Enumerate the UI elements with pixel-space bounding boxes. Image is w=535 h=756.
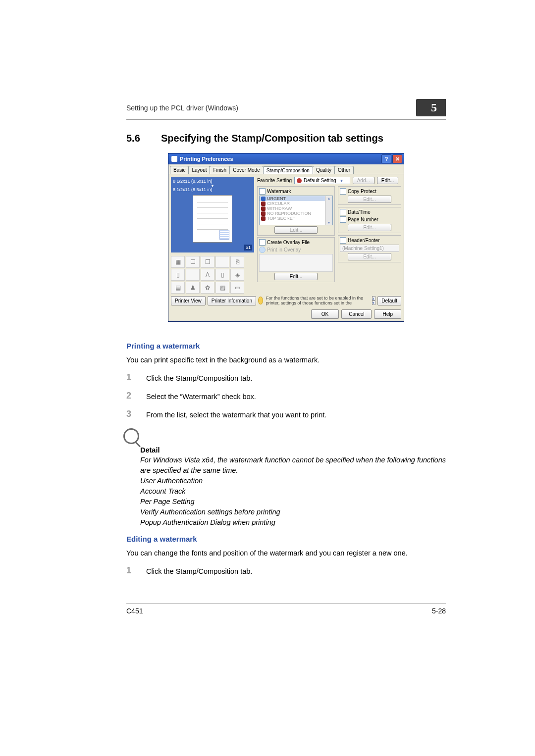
grid-icon-11[interactable]: ▤ xyxy=(171,282,185,294)
print-overlay-label: Print in Overlay xyxy=(267,247,301,252)
header-footer-select[interactable]: (Machine Setting1) xyxy=(340,245,399,252)
grid-icon-14[interactable]: ▨ xyxy=(215,282,229,294)
para-editing-watermark: You can change the fonts and position of… xyxy=(126,548,446,558)
bulb-icon xyxy=(258,297,263,304)
step-number: 1 xyxy=(126,372,146,384)
tab-stamp-composition[interactable]: Stamp/Composition xyxy=(263,166,313,174)
step-text: Click the Stamp/Composition tab. xyxy=(146,372,252,384)
overlay-group: Create Overlay File Print in Overlay Edi… xyxy=(257,237,335,282)
grid-icon-4[interactable] xyxy=(215,256,229,268)
subhead-printing-watermark: Printing a watermark xyxy=(126,342,446,350)
overlay-edit-button[interactable]: Edit... xyxy=(274,273,318,280)
step-number: 1 xyxy=(126,565,146,577)
tab-other[interactable]: Other xyxy=(334,166,354,174)
section-title: Specifying the Stamp/Composition tab set… xyxy=(161,133,383,144)
watermark-label: Watermark xyxy=(267,189,291,194)
create-overlay-checkbox[interactable] xyxy=(259,239,266,246)
pagenumber-checkbox[interactable] xyxy=(340,216,346,223)
grid-icon-7[interactable] xyxy=(186,269,200,281)
page-preview: 8 1/2x11 (8.5x11 in) ▼ 8 1/2x11 (8.5x11 … xyxy=(171,177,254,252)
dialog-icon xyxy=(171,156,177,162)
datetime-label: Date/Time xyxy=(348,209,371,215)
print-overlay-radio[interactable] xyxy=(259,247,266,253)
hint-spinner[interactable]: ▴▾ xyxy=(372,296,376,305)
tab-layout[interactable]: Layout xyxy=(188,166,210,174)
step-number: 2 xyxy=(126,391,146,402)
printer-view-button[interactable]: Printer View xyxy=(171,296,206,305)
header-footer-checkbox[interactable] xyxy=(340,237,346,244)
para-printing-watermark: You can print specific text in the backg… xyxy=(126,355,446,365)
watermark-list[interactable]: URGENT CIRCULAR WITHDRAW NO REPRODUCTION… xyxy=(259,196,333,225)
detail-title: Detail xyxy=(140,446,446,454)
pin-icon xyxy=(261,197,266,201)
datetime-checkbox[interactable] xyxy=(340,209,346,215)
tab-strip: Basic Layout Finish Cover Mode Stamp/Com… xyxy=(168,164,404,174)
spin-down-icon[interactable]: ▾ xyxy=(372,301,376,305)
favorite-add-button[interactable]: Add... xyxy=(353,177,374,184)
scroll-down-icon[interactable]: ▾ xyxy=(325,220,332,225)
grid-icon-10[interactable]: ◈ xyxy=(230,269,244,281)
datetime-edit-button[interactable]: Edit... xyxy=(348,224,391,231)
grid-icon-15[interactable]: ▭ xyxy=(230,282,244,294)
grid-icon-2[interactable]: ☐ xyxy=(186,256,200,268)
printer-information-button[interactable]: Printer Information xyxy=(208,296,256,305)
grid-icon-6[interactable]: ▯ xyxy=(171,269,185,281)
header-footer-label: Header/Footer xyxy=(348,238,379,243)
magnifier-icon xyxy=(123,428,139,444)
copy-protect-checkbox[interactable] xyxy=(340,188,346,195)
grid-icon-9[interactable]: ▯ xyxy=(215,269,229,281)
watermark-item-urgent[interactable]: URGENT xyxy=(260,196,332,201)
favorite-edit-button[interactable]: Edit... xyxy=(377,177,399,184)
close-button[interactable]: ✕ xyxy=(392,154,402,163)
pin-icon xyxy=(261,206,266,211)
grid-icon-1[interactable]: ▦ xyxy=(171,256,185,268)
footer-model: C451 xyxy=(126,607,143,615)
copy-protect-group: Copy Protect Edit... xyxy=(338,186,401,205)
watermark-checkbox[interactable] xyxy=(259,188,266,195)
pin-icon xyxy=(261,216,266,221)
watermark-item-norepro[interactable]: NO REPRODUCTION xyxy=(260,211,332,216)
help-button[interactable]: ? xyxy=(381,154,391,163)
tab-finish[interactable]: Finish xyxy=(210,166,230,174)
pagenumber-label: Page Number xyxy=(348,217,378,222)
favorite-setting-select[interactable]: Default Setting ▾ xyxy=(294,177,350,184)
header-rule xyxy=(126,119,446,120)
create-overlay-label: Create Overlay File xyxy=(267,240,310,245)
spin-up-icon[interactable]: ▴ xyxy=(372,296,376,301)
copy-protect-edit-button[interactable]: Edit... xyxy=(348,196,391,203)
watermark-item-topsecret[interactable]: TOP SECRET xyxy=(260,216,332,221)
ok-button[interactable]: OK xyxy=(311,309,339,319)
zoom-badge: x1 xyxy=(244,245,252,251)
help-button-bottom[interactable]: Help xyxy=(374,309,401,319)
footer-rule xyxy=(126,604,446,604)
grid-icon-3[interactable]: ❐ xyxy=(201,256,214,268)
tab-quality[interactable]: Quality xyxy=(313,166,335,174)
footer-page: 5-28 xyxy=(432,607,446,615)
default-button[interactable]: Default xyxy=(377,296,401,305)
running-head: Setting up the PCL driver (Windows) xyxy=(126,104,238,112)
watermark-item-withdraw[interactable]: WITHDRAW xyxy=(260,206,332,211)
watermark-group: Watermark URGENT CIRCULAR WITHDRAW NO RE… xyxy=(257,186,335,236)
watermark-edit-button[interactable]: Edit... xyxy=(274,226,318,234)
paper-size-bottom: 8 1/2x11 (8.5x11 in) xyxy=(173,187,252,192)
scroll-up-icon[interactable]: ▴ xyxy=(325,196,332,201)
watermark-item-circular[interactable]: CIRCULAR xyxy=(260,201,332,206)
detail-body: For Windows Vista x64, the watermark fun… xyxy=(140,455,446,528)
grid-icon-13[interactable]: ✿ xyxy=(201,282,214,294)
tab-cover-mode[interactable]: Cover Mode xyxy=(229,166,263,174)
paper-size-top: 8 1/2x11 (8.5x11 in) xyxy=(173,179,252,184)
favorite-setting-value: Default Setting xyxy=(304,178,336,183)
header-footer-edit-button[interactable]: Edit... xyxy=(348,253,391,260)
chapter-badge: 5 xyxy=(416,99,446,116)
grid-icon-5[interactable]: ⎘ xyxy=(230,256,244,268)
hint-text: For the functions that are set to be ena… xyxy=(266,296,369,305)
watermark-scrollbar[interactable]: ▴▾ xyxy=(325,196,332,225)
subhead-editing-watermark: Editing a watermark xyxy=(126,535,446,543)
cancel-button[interactable]: Cancel xyxy=(341,309,372,319)
tab-basic[interactable]: Basic xyxy=(170,166,189,174)
pin-icon xyxy=(297,178,302,183)
pin-icon xyxy=(261,202,266,206)
grid-icon-8[interactable]: A xyxy=(201,269,214,281)
paper-preview xyxy=(193,195,232,243)
grid-icon-12[interactable]: ♟ xyxy=(186,282,200,294)
